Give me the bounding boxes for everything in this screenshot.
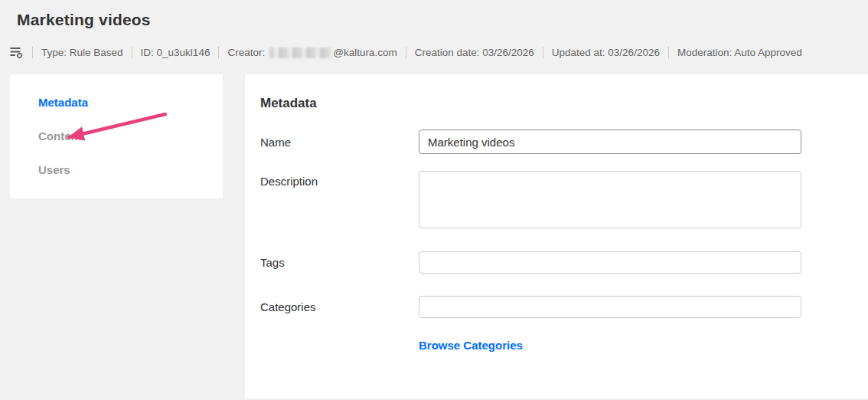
description-field-row: Description — [260, 171, 868, 228]
divider — [132, 47, 132, 58]
rule-based-playlist-icon — [9, 45, 24, 60]
creator-label: Creator: — [227, 47, 265, 58]
description-textarea[interactable] — [419, 171, 801, 228]
divider — [218, 47, 219, 58]
info-moderation: Moderation: Auto Approved — [677, 47, 802, 58]
divider — [406, 47, 406, 58]
content-area: Metadata Content Users Metadata Name Des… — [0, 74, 868, 398]
name-field-row: Name — [260, 130, 868, 154]
divider — [543, 47, 543, 58]
info-updated-at: Updated at: 03/26/2026 — [552, 47, 660, 58]
sidebar-item-metadata[interactable]: Metadata — [38, 95, 223, 110]
browse-categories-row: Browse Categories — [260, 339, 868, 352]
panel-heading: Metadata — [260, 96, 868, 111]
metadata-panel: Metadata Name Description Tags Categorie… — [245, 74, 868, 398]
name-input[interactable] — [419, 130, 801, 154]
sidebar-item-content[interactable]: Content — [38, 129, 223, 144]
sidebar-item-users[interactable]: Users — [38, 162, 223, 178]
info-creator: Creator: @kaltura.com — [227, 47, 396, 58]
info-creation-date: Creation date: 03/26/2026 — [415, 47, 534, 58]
categories-label: Categories — [260, 300, 419, 313]
tags-input[interactable] — [419, 251, 801, 274]
page-header: Marketing videos Type: Rule Based — [0, 0, 868, 60]
edit-nav-sidebar: Metadata Content Users — [10, 74, 223, 198]
divider — [668, 47, 669, 58]
description-label: Description — [260, 171, 419, 188]
info-type: Type: Rule Based — [41, 47, 123, 58]
categories-input[interactable] — [419, 296, 801, 318]
name-label: Name — [260, 136, 419, 149]
divider — [32, 47, 33, 58]
page-title: Marketing videos — [17, 11, 851, 29]
info-bar: Type: Rule Based ID: 0_u3ukl146 Creator:… — [9, 45, 851, 60]
browse-categories-link[interactable]: Browse Categories — [419, 339, 523, 352]
creator-domain: @kaltura.com — [333, 47, 396, 58]
tags-label: Tags — [260, 256, 419, 269]
creator-redacted-blur — [269, 48, 332, 58]
tags-field-row: Tags — [260, 251, 868, 274]
categories-field-row: Categories — [260, 296, 868, 318]
info-id: ID: 0_u3ukl146 — [141, 47, 210, 58]
